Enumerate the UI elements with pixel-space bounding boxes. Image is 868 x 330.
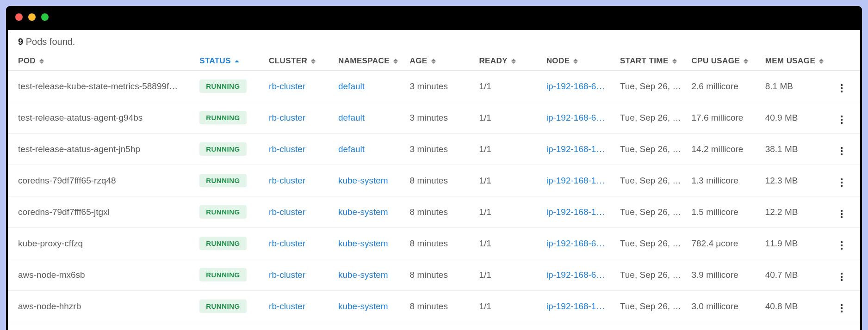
- cell-cluster[interactable]: rb-cluster: [269, 301, 338, 312]
- pods-summary: 9 Pods found.: [8, 37, 860, 52]
- table-row: kube-proxy-cffzq RUNNING rb-cluster kube…: [8, 228, 860, 259]
- column-header-start-time[interactable]: START TIME: [620, 56, 692, 66]
- more-actions-icon[interactable]: [839, 239, 844, 251]
- cell-mem-usage: 40.7 MB: [765, 270, 837, 280]
- cell-cpu-usage: 14.2 millicore: [691, 144, 765, 154]
- cell-namespace[interactable]: kube-system: [338, 301, 410, 312]
- cell-node[interactable]: ip-192-168-1…: [546, 144, 620, 154]
- column-header-ready[interactable]: READY: [479, 56, 546, 66]
- cell-start-time: Tue, Sep 26, …: [620, 301, 692, 312]
- cell-cluster[interactable]: rb-cluster: [269, 238, 338, 249]
- column-header-namespace[interactable]: NAMESPACE: [338, 56, 410, 66]
- cell-actions: [837, 78, 850, 94]
- column-header-age[interactable]: AGE: [410, 56, 479, 66]
- cell-actions: [837, 204, 850, 220]
- table-row: coredns-79df7fff65-rzq48 RUNNING rb-clus…: [8, 165, 860, 196]
- maximize-icon[interactable]: [41, 13, 49, 21]
- close-icon[interactable]: [15, 13, 23, 21]
- column-header-mem-usage[interactable]: MEM USAGE: [765, 56, 837, 66]
- cell-cpu-usage: 782.4 μcore: [691, 238, 765, 249]
- cell-cluster[interactable]: rb-cluster: [269, 81, 338, 92]
- content-frame: 9 Pods found. POD STATUS CLUSTER: [6, 28, 862, 330]
- column-label: NAMESPACE: [338, 56, 390, 66]
- cell-namespace[interactable]: default: [338, 81, 410, 92]
- column-header-cpu-usage[interactable]: CPU USAGE: [691, 56, 765, 66]
- more-actions-icon[interactable]: [839, 145, 844, 157]
- more-actions-icon[interactable]: [839, 114, 844, 126]
- cell-namespace[interactable]: kube-system: [338, 270, 410, 280]
- cell-ready: 1/1: [479, 176, 546, 186]
- cell-mem-usage: 8.1 MB: [765, 81, 837, 92]
- cell-pod[interactable]: aws-node-hhzrb: [18, 301, 199, 312]
- titlebar: [6, 6, 862, 28]
- cell-ready: 1/1: [479, 113, 546, 123]
- more-actions-icon[interactable]: [839, 208, 844, 220]
- pods-count: 9: [18, 37, 23, 47]
- cell-status: RUNNING: [199, 299, 269, 313]
- cell-cluster[interactable]: rb-cluster: [269, 144, 338, 154]
- sort-icon: [393, 58, 398, 64]
- status-badge: RUNNING: [199, 237, 247, 250]
- cell-namespace[interactable]: kube-system: [338, 207, 410, 217]
- cell-actions: [837, 141, 850, 157]
- cell-ready: 1/1: [479, 270, 546, 280]
- column-header-node[interactable]: NODE: [546, 56, 620, 66]
- cell-ready: 1/1: [479, 207, 546, 217]
- more-actions-icon[interactable]: [839, 271, 844, 283]
- cell-actions: [837, 267, 850, 283]
- cell-pod[interactable]: coredns-79df7fff65-jtgxl: [18, 207, 199, 217]
- cell-namespace[interactable]: kube-system: [338, 238, 410, 249]
- cell-cluster[interactable]: rb-cluster: [269, 113, 338, 123]
- minimize-icon[interactable]: [28, 13, 36, 21]
- cell-cluster[interactable]: rb-cluster: [269, 207, 338, 217]
- cell-namespace[interactable]: default: [338, 113, 410, 123]
- cell-namespace[interactable]: default: [338, 144, 410, 154]
- cell-pod[interactable]: aws-node-mx6sb: [18, 270, 199, 280]
- column-header-cluster[interactable]: CLUSTER: [269, 56, 338, 66]
- cell-node[interactable]: ip-192-168-6…: [546, 238, 620, 249]
- column-label: CPU USAGE: [691, 56, 740, 66]
- cell-cpu-usage: 2.6 millicore: [691, 81, 765, 92]
- column-header-status[interactable]: STATUS: [199, 56, 269, 66]
- cell-node[interactable]: ip-192-168-1…: [546, 301, 620, 312]
- cell-pod[interactable]: test-release-kube-state-metrics-58899f…: [18, 81, 199, 92]
- sort-icon: [744, 58, 748, 64]
- cell-cluster[interactable]: rb-cluster: [269, 270, 338, 280]
- cell-namespace[interactable]: kube-system: [338, 176, 410, 186]
- cell-node[interactable]: ip-192-168-1…: [546, 207, 620, 217]
- cell-pod[interactable]: test-release-atatus-agent-g94bs: [18, 113, 199, 123]
- table-row: kube-proxy-fp9hc RUNNING rb-cluster kube…: [8, 322, 860, 330]
- sort-icon: [431, 58, 436, 64]
- cell-ready: 1/1: [479, 81, 546, 92]
- cell-ready: 1/1: [479, 301, 546, 312]
- table-row: test-release-atatus-agent-jn5hp RUNNING …: [8, 134, 860, 165]
- status-badge: RUNNING: [199, 174, 247, 187]
- more-actions-icon[interactable]: [839, 177, 844, 189]
- sort-icon: [573, 58, 578, 64]
- cell-age: 8 minutes: [410, 207, 479, 217]
- cell-node[interactable]: ip-192-168-1…: [546, 176, 620, 186]
- sort-icon: [819, 58, 824, 64]
- cell-node[interactable]: ip-192-168-6…: [546, 270, 620, 280]
- more-actions-icon[interactable]: [839, 302, 844, 314]
- cell-pod[interactable]: kube-proxy-cffzq: [18, 238, 199, 249]
- cell-node[interactable]: ip-192-168-6…: [546, 113, 620, 123]
- window-controls: [15, 13, 49, 21]
- cell-age: 3 minutes: [410, 144, 479, 154]
- cell-age: 8 minutes: [410, 176, 479, 186]
- status-badge: RUNNING: [199, 79, 247, 93]
- more-actions-icon[interactable]: [839, 82, 844, 94]
- cell-pod[interactable]: test-release-atatus-agent-jn5hp: [18, 144, 199, 154]
- cell-cpu-usage: 1.5 millicore: [691, 207, 765, 217]
- cell-ready: 1/1: [479, 238, 546, 249]
- table-row: aws-node-mx6sb RUNNING rb-cluster kube-s…: [8, 259, 860, 291]
- cell-node[interactable]: ip-192-168-6…: [546, 81, 620, 92]
- cell-mem-usage: 40.8 MB: [765, 301, 837, 312]
- sort-icon: [511, 58, 516, 64]
- cell-ready: 1/1: [479, 144, 546, 154]
- column-label: CLUSTER: [269, 56, 307, 66]
- cell-cluster[interactable]: rb-cluster: [269, 176, 338, 186]
- cell-pod[interactable]: coredns-79df7fff65-rzq48: [18, 176, 199, 186]
- cell-age: 3 minutes: [410, 81, 479, 92]
- column-header-pod[interactable]: POD: [18, 56, 199, 66]
